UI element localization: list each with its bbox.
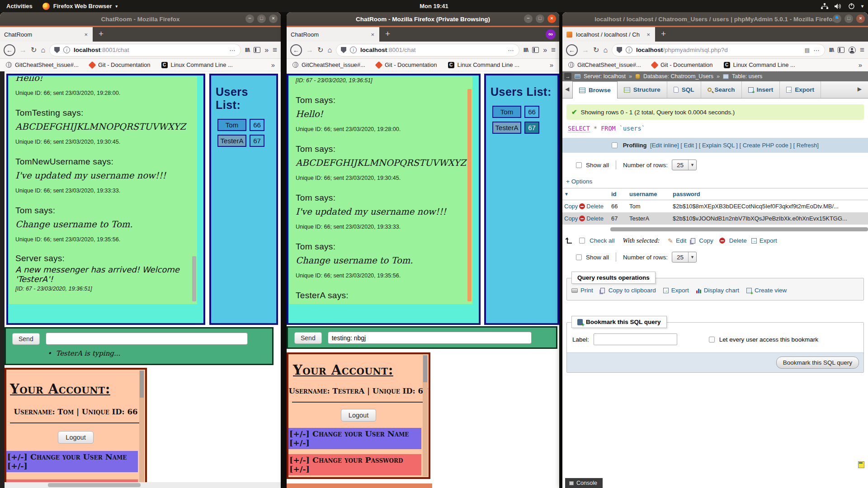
site-info-icon[interactable]: i <box>63 47 70 53</box>
new-tab-button[interactable]: + <box>655 27 672 42</box>
page-actions-icon[interactable]: ⋯ <box>229 47 236 54</box>
sidebar-icon[interactable] <box>532 47 539 53</box>
shield-icon[interactable] <box>341 47 346 53</box>
delete-selected-link[interactable]: Delete <box>729 237 747 244</box>
print-link[interactable]: Print <box>580 287 593 294</box>
back-button[interactable]: ← <box>566 44 578 56</box>
messages-list[interactable]: [ID: 67 - 23/03/2020, 19:36:51] Tom says… <box>289 76 472 304</box>
page-actions-icon[interactable]: ⋯ <box>813 47 820 54</box>
tab-search[interactable]: Search <box>701 81 742 98</box>
close-button[interactable]: × <box>269 14 278 23</box>
bookmarks-overflow-icon[interactable]: » <box>859 61 862 69</box>
bookmark-gitcheatsheet[interactable]: GitCheatSheet_issue#... <box>568 61 641 68</box>
breadcrumb-server[interactable]: Server: localhost <box>584 73 626 80</box>
explain-sql-link[interactable]: [ Explain SQL ] <box>699 142 738 149</box>
volume-icon[interactable] <box>835 3 842 9</box>
breadcrumb-database[interactable]: Database: Chatroom_Users <box>643 73 713 80</box>
reload-button[interactable]: ↻ <box>593 46 599 54</box>
tab-insert[interactable]: Insert <box>742 81 780 98</box>
message-input[interactable] <box>46 333 248 345</box>
back-button[interactable]: ← <box>290 44 302 56</box>
bookmark-label-input[interactable] <box>594 333 677 345</box>
site-info-icon[interactable]: i <box>350 47 357 53</box>
rows-per-page-select[interactable]: 25▼ <box>672 252 697 263</box>
create-php-link[interactable]: [ Create PHP code ] <box>740 142 792 149</box>
library-icon[interactable]: lll\ <box>245 47 250 53</box>
shield-icon[interactable] <box>617 47 622 53</box>
reader-view-icon[interactable]: ▤ <box>805 47 810 53</box>
copy-row-link[interactable]: Copy <box>564 203 578 210</box>
forward-button[interactable]: → <box>19 46 27 54</box>
menu-icon[interactable]: ≡ <box>551 46 556 55</box>
tab-chatroom[interactable]: ChatRoom × <box>0 27 93 42</box>
table-horizontal-scrollbar[interactable] <box>610 227 868 231</box>
tab-close-icon[interactable]: × <box>83 31 89 38</box>
tab-close-icon[interactable]: × <box>370 31 375 38</box>
edit-inline-link[interactable]: [Edit inline] <box>650 142 679 149</box>
messages-list[interactable]: Hello! Unique ID: 66; sent 23/03/2020, 1… <box>9 76 197 304</box>
logout-button[interactable]: Logout <box>341 409 376 422</box>
create-view-link[interactable]: Create view <box>755 287 787 294</box>
forward-button[interactable]: → <box>306 46 313 54</box>
maximize-button[interactable]: □ <box>257 14 266 23</box>
breadcrumb-table[interactable]: Table: users <box>732 73 762 80</box>
send-button[interactable]: Send <box>12 333 40 345</box>
change-password-toggle[interactable]: [+/-] Change your Password [+/-] <box>288 454 421 475</box>
page-settings-icon[interactable] <box>858 461 864 468</box>
activities-button[interactable]: Activities <box>6 3 33 9</box>
sidebar-icon[interactable] <box>254 47 260 53</box>
tray-caret-icon[interactable]: ▾ <box>861 4 863 9</box>
close-button[interactable]: × <box>856 14 865 23</box>
display-chart-link[interactable]: Display chart <box>704 287 739 294</box>
bookmarks-overflow-icon[interactable]: » <box>550 61 553 69</box>
chat-scrollbar[interactable] <box>192 256 196 301</box>
tab-phpmyadmin[interactable]: localhost / localhost / Ch × <box>562 27 655 42</box>
new-tab-button[interactable]: + <box>379 27 396 42</box>
copy-selected-link[interactable]: Copy <box>699 237 713 244</box>
check-all-checkbox[interactable] <box>579 238 585 244</box>
logout-button[interactable]: Logout <box>58 431 93 444</box>
change-username-toggle[interactable]: [+/-] Change your User Name [+/-] <box>288 428 421 449</box>
profiling-checkbox[interactable] <box>612 142 618 148</box>
url-bar[interactable]: i localhost:8001/chat ⋯ <box>49 44 241 56</box>
site-info-icon[interactable]: i <box>626 47 632 53</box>
column-header-password[interactable]: password <box>671 188 868 200</box>
sort-icon[interactable]: ▼ <box>562 188 609 200</box>
change-username-toggle[interactable]: [+/-] Change your User Name [+/-] <box>6 451 138 472</box>
maximize-button[interactable]: □ <box>536 14 544 23</box>
app-menu[interactable]: Firefox Web Browser ▾ <box>42 3 118 10</box>
overflow-chevron-icon[interactable]: » <box>264 46 269 54</box>
nav-panel-toggle[interactable]: → <box>564 73 571 80</box>
tabs-scroll-right-icon[interactable]: ▶ <box>858 86 862 92</box>
account-scrollbar[interactable] <box>139 371 144 485</box>
sidebar-icon[interactable] <box>838 47 844 53</box>
bookmark-gitcheatsheet[interactable]: GitCheatSheet_issue#... <box>6 61 79 68</box>
titlebar[interactable]: ChatRoom - Mozilla Firefox (Private Brow… <box>287 12 559 26</box>
bookmark-linux-cli[interactable]: CLinux Command Line ... <box>724 61 795 68</box>
refresh-link[interactable]: [ Refresh] <box>793 142 819 149</box>
export-selected-link[interactable]: Export <box>760 237 777 244</box>
column-header-id[interactable]: id <box>609 188 627 200</box>
message-input[interactable] <box>328 332 532 344</box>
bookmark-linux-cli[interactable]: CLinux Command Line ... <box>448 61 519 68</box>
reload-button[interactable]: ↻ <box>317 46 323 54</box>
sql-query-display[interactable]: SELECT * FROM `users` <box>562 120 868 134</box>
account-icon[interactable] <box>849 47 856 54</box>
delete-row-link[interactable]: Delete <box>586 215 604 222</box>
network-icon[interactable] <box>821 3 828 9</box>
bookmark-gitcheatsheet[interactable]: GitCheatSheet_issue#... <box>292 61 365 68</box>
forward-button[interactable]: → <box>582 46 589 54</box>
rows-per-page-select[interactable]: 25▼ <box>672 160 697 170</box>
overflow-chevron-icon[interactable]: » <box>543 46 547 54</box>
horizontal-scrollbar[interactable] <box>5 482 281 488</box>
account-scrollbar[interactable] <box>423 355 428 476</box>
send-button[interactable]: Send <box>294 332 322 344</box>
tab-browse[interactable]: Browse <box>572 81 618 99</box>
console-toggle[interactable]: Console <box>565 478 603 488</box>
column-header-username[interactable]: username <box>627 188 671 200</box>
url-bar[interactable]: i localhost/phpmyadmin/sql.php?d ▤ ⋯ <box>612 44 825 56</box>
export-link[interactable]: Export <box>671 287 689 294</box>
bookmark-linux-cli[interactable]: CLinux Command Line ... <box>161 61 233 68</box>
back-button[interactable]: ← <box>4 44 15 56</box>
home-button[interactable]: ⌂ <box>603 46 608 54</box>
